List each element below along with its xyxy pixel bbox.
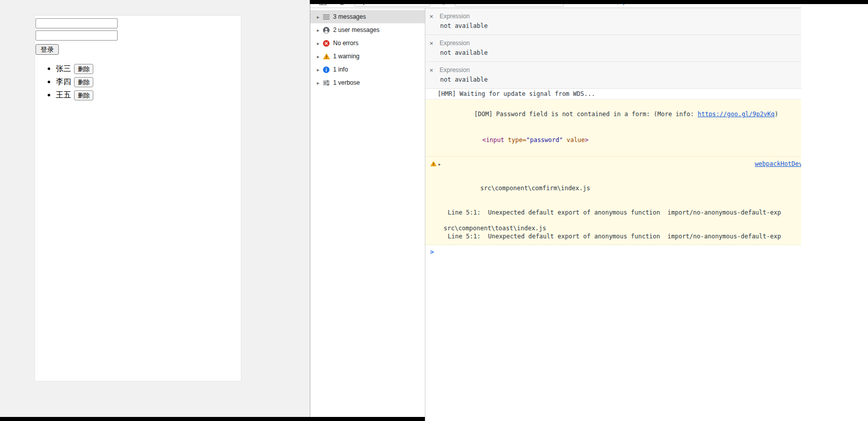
context-selector-value: top [358, 4, 367, 5]
warning-more-info-link[interactable]: https://goo.gl/9p2vKq [698, 111, 775, 118]
log-levels-dropdown[interactable]: Default levels [571, 4, 612, 5]
close-icon[interactable] [429, 13, 440, 20]
warning-icon [430, 161, 437, 166]
console-messages-pane: Expression not available Expression not … [425, 8, 801, 421]
issues-flag-icon [623, 4, 629, 5]
sidebar-item-errors[interactable]: No errors [310, 37, 425, 50]
capture-black-bar-top [310, 0, 868, 4]
console-prompt[interactable] [425, 245, 801, 256]
source-link[interactable]: webpackHotDevC [755, 160, 801, 168]
caret-right-icon[interactable] [317, 53, 323, 60]
warning-text: [DOM] Password field is not contained in… [474, 111, 698, 118]
sidebar-item-label: No errors [333, 40, 358, 47]
caret-right-icon[interactable] [317, 66, 323, 73]
list-item: 李四 删除 [56, 76, 241, 87]
console-warning-message: src\component\comfirm\index.js webpackHo… [425, 157, 801, 245]
close-icon[interactable] [429, 66, 440, 74]
live-expression: Expression not available [425, 62, 801, 89]
user-name: 张三 [56, 64, 71, 73]
sidebar-item-label: 1 info [333, 66, 348, 73]
web-page: 登录 张三 删除 李四 删除 王五 删除 [0, 0, 310, 421]
log-levels-label: Default levels [571, 4, 607, 5]
live-expression-eye-icon[interactable] [440, 4, 448, 5]
caret-right-icon[interactable] [317, 79, 323, 86]
file-path: src\component\toast\index.js [425, 224, 801, 232]
warning-icon [323, 53, 333, 59]
list-item: 张三 删除 [56, 63, 241, 74]
user-name: 王五 [56, 90, 71, 99]
username-input[interactable] [35, 18, 118, 28]
password-input[interactable] [35, 30, 118, 41]
list-item: 王五 删除 [56, 89, 241, 100]
login-button[interactable]: 登录 [35, 44, 59, 55]
sidebar-item-label: 1 warning [333, 53, 359, 60]
lint-message: Line 5:1: Unexpected default export of a… [425, 232, 801, 240]
warning-text: ) [775, 111, 782, 118]
chevron-down-icon [610, 4, 612, 5]
console-empty-area[interactable] [425, 256, 801, 421]
sidebar-item-verbose[interactable]: 1 verbose [310, 76, 425, 89]
live-expression: Expression not available [425, 35, 801, 62]
sidebar-item-info[interactable]: 1 info [310, 63, 425, 76]
caret-right-icon[interactable] [317, 26, 323, 33]
user-name: 李四 [56, 77, 71, 86]
expression-value: not available [440, 49, 801, 56]
verbose-icon [323, 80, 333, 86]
lint-message: Line 5:1: Unexpected default export of a… [425, 208, 801, 217]
expression-label: Expression [440, 13, 469, 20]
console-warning-message: [DOM] Password field is not contained in… [425, 99, 801, 157]
expression-value: not available [440, 22, 801, 29]
caret-right-icon[interactable] [317, 13, 323, 20]
toolbar-divider [618, 4, 618, 6]
user-list: 张三 删除 李四 删除 王五 删除 [35, 63, 241, 100]
console-sidebar-toggle-icon[interactable] [319, 4, 327, 5]
delete-button[interactable]: 删除 [74, 90, 93, 100]
html-element-preview[interactable]: <input type="password" value> [425, 127, 801, 153]
info-icon [323, 66, 333, 73]
sidebar-item-all-messages[interactable]: 3 messages [310, 10, 425, 23]
sidebar-item-warnings[interactable]: 1 warning [310, 50, 425, 63]
console-prompt-chevron-icon [430, 248, 434, 256]
caret-right-icon[interactable] [438, 160, 441, 168]
sidebar-item-label: 3 messages [333, 13, 366, 20]
list-icon [323, 14, 333, 20]
devtools-panel: top Default levels No Issues [310, 4, 801, 421]
console-sidebar: 3 messages 2 user messages No errors [310, 8, 425, 421]
capture-black-bar-bottom [0, 417, 425, 421]
user-icon [323, 27, 333, 33]
context-selector[interactable]: top [354, 4, 430, 7]
caret-right-icon[interactable] [317, 40, 323, 47]
issues-counter[interactable]: No Issues [623, 4, 659, 5]
expression-label: Expression [440, 66, 469, 74]
expression-label: Expression [440, 40, 469, 47]
sidebar-item-label: 1 verbose [333, 79, 360, 86]
expression-value: not available [440, 76, 801, 83]
delete-button[interactable]: 删除 [74, 64, 93, 74]
chevron-down-icon [424, 4, 427, 5]
console-toolbar: top Default levels No Issues [310, 4, 801, 8]
clear-console-icon[interactable] [339, 4, 345, 5]
file-path: src\component\comfirm\index.js [480, 185, 590, 192]
sidebar-item-user-messages[interactable]: 2 user messages [310, 23, 425, 37]
sidebar-item-label: 2 user messages [333, 26, 379, 33]
spacer [425, 217, 801, 224]
login-card: 登录 张三 删除 李四 删除 王五 删除 [34, 15, 241, 381]
console-log-message: [HMR] Waiting for update signal from WDS… [425, 89, 801, 99]
live-expression: Expression not available [425, 8, 801, 35]
close-icon[interactable] [429, 40, 440, 47]
delete-button[interactable]: 删除 [74, 77, 93, 87]
issues-label: No Issues [632, 4, 659, 5]
filter-input[interactable] [455, 4, 564, 7]
error-icon [323, 40, 333, 47]
